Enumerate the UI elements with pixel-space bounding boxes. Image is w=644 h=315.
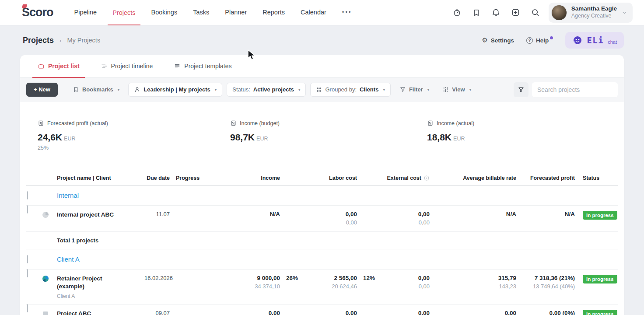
status-dropdown[interactable]: Status: Active projects ▾ <box>227 83 306 97</box>
bookmarks-dropdown[interactable]: Bookmarks ▾ <box>68 83 124 97</box>
group-link[interactable]: Client A <box>57 256 618 263</box>
bookmark-icon[interactable] <box>472 8 481 17</box>
filter-dropdown[interactable]: Filter ▾ <box>395 83 434 97</box>
project-row[interactable]: Retainer Project (example) Client A 16.0… <box>26 270 618 304</box>
col-forecasted-profit[interactable]: Forecasted profit <box>516 175 575 181</box>
group-link[interactable]: Internal <box>57 192 618 199</box>
nav-item-tasks[interactable]: Tasks <box>188 0 214 25</box>
progress-cell <box>170 304 222 312</box>
user-menu[interactable]: Samantha Eagle Agency Creative <box>549 3 633 23</box>
income-cell: N/A <box>222 206 280 219</box>
external-cost-cell: 0,00 <box>378 304 430 315</box>
col-progress[interactable]: Progress <box>170 175 222 181</box>
info-icon[interactable] <box>424 175 430 181</box>
kpi-value: 98,7K <box>230 132 255 142</box>
new-button[interactable]: + New <box>26 83 58 97</box>
col-labor-cost[interactable]: Labor cost <box>301 175 357 181</box>
caret-down-icon: ▾ <box>215 88 217 92</box>
status-badge[interactable]: In progress <box>583 211 617 220</box>
grouped-prefix: Grouped by: <box>325 86 357 93</box>
group-checkbox[interactable] <box>27 255 28 263</box>
help-button[interactable]: ? Help <box>526 37 553 44</box>
row-checkbox[interactable] <box>27 269 28 277</box>
timer-icon[interactable] <box>452 8 462 17</box>
nav-item-planner[interactable]: Planner <box>220 0 252 25</box>
main-nav: Pipeline Projects Bookings Tasks Planner… <box>66 0 360 25</box>
eli-chat-suffix: chat <box>608 39 617 45</box>
eli-chat-button[interactable]: ELi chat <box>565 32 624 49</box>
col-status[interactable]: Status <box>575 175 618 181</box>
status-badge[interactable]: In progress <box>583 310 617 315</box>
status-badge[interactable]: In progress <box>583 275 617 284</box>
nav-item-reports[interactable]: Reports <box>258 0 290 25</box>
search-area <box>514 82 618 97</box>
nav-item-calendar[interactable]: Calendar <box>296 0 331 25</box>
nav-item-projects[interactable]: Projects <box>108 0 140 25</box>
nav-item-pipeline[interactable]: Pipeline <box>70 0 102 25</box>
project-name-link[interactable]: Retainer Project (example) <box>57 275 123 290</box>
projects-table: Project name | Client Due date Progress … <box>20 171 624 315</box>
caret-down-icon: ▾ <box>427 88 430 92</box>
project-row[interactable]: Internal project ABC 11.07 N/A 0,000,00 … <box>26 206 618 232</box>
labor-percent-cell <box>357 206 378 211</box>
external-cost-cell: 0,000,00 <box>378 270 430 290</box>
income-percent-cell <box>280 304 301 310</box>
briefcase-icon <box>38 63 45 70</box>
user-name: Samantha Eagle <box>571 5 617 13</box>
nav-more-button[interactable]: ••• <box>337 0 357 25</box>
project-name-link[interactable]: Project ABC <box>57 310 123 315</box>
kpi-forecasted-profit: Forecasted profit (actual) 24,6KEUR 25% <box>38 120 230 171</box>
settings-button[interactable]: ⚙ Settings <box>482 36 514 44</box>
tab-project-timeline[interactable]: Project timeline <box>95 55 158 78</box>
bookmarks-label: Bookmarks <box>82 86 113 93</box>
view-label: View <box>452 86 465 93</box>
search-filter-button[interactable] <box>514 82 528 97</box>
chevron-down-icon <box>621 10 627 16</box>
tab-project-list[interactable]: Project list <box>32 55 85 78</box>
col-label: External cost <box>387 175 421 181</box>
user-avatar <box>551 5 567 21</box>
group-checkbox[interactable] <box>27 191 28 200</box>
top-navigation-bar: Scoro Pipeline Projects Bookings Tasks P… <box>0 0 644 25</box>
tab-label: Project templates <box>184 63 231 70</box>
tab-project-templates[interactable]: Project templates <box>168 55 237 78</box>
kpi-currency: EUR <box>64 136 75 142</box>
notifications-bell-icon[interactable] <box>491 8 500 17</box>
avg-billable-rate-cell: 0,00 <box>430 304 516 315</box>
scope-dropdown[interactable]: Leadership | My projects ▾ <box>128 83 222 97</box>
grouped-by-dropdown[interactable]: Grouped by: Clients ▾ <box>310 83 390 97</box>
status-cell: In progress <box>575 270 618 284</box>
due-date-cell: 09.07 <box>144 304 170 315</box>
breadcrumb-current: My Projects <box>67 37 100 44</box>
col-average-billable-rate[interactable]: Average billable rate <box>430 175 516 181</box>
global-search-icon[interactable] <box>531 8 540 17</box>
project-name-link[interactable]: Internal project ABC <box>57 211 123 219</box>
gear-icon: ⚙ <box>482 36 487 44</box>
nav-item-bookings[interactable]: Bookings <box>147 0 182 25</box>
col-due-date[interactable]: Due date <box>144 175 170 181</box>
help-label: Help <box>536 37 549 44</box>
col-project-name[interactable]: Project name | Client <box>57 175 144 181</box>
app-screen: Scoro Pipeline Projects Bookings Tasks P… <box>0 0 644 315</box>
search-projects-input[interactable] <box>532 82 618 97</box>
bookmark-icon <box>73 86 79 93</box>
group-row-internal: Internal <box>26 186 618 206</box>
breadcrumb-root[interactable]: Projects <box>23 36 54 45</box>
kpi-summary: Forecasted profit (actual) 24,6KEUR 25% … <box>20 102 624 171</box>
col-income[interactable]: Income <box>222 175 280 181</box>
kpi-income-actual: Income (actual) 18,8KEUR <box>427 120 620 171</box>
col-external-cost[interactable]: External cost <box>378 175 430 181</box>
scoro-logo[interactable]: Scoro <box>22 6 53 19</box>
row-checkbox[interactable] <box>27 304 28 312</box>
forecasted-profit-cell: N/A <box>516 206 575 219</box>
quick-add-icon[interactable] <box>511 8 520 17</box>
project-pie-icon <box>42 206 57 220</box>
labor-percent-cell: 12% <box>357 270 378 281</box>
row-checkbox[interactable] <box>27 205 28 214</box>
view-dropdown[interactable]: View ▾ <box>438 83 476 97</box>
table-header-row: Project name | Client Due date Progress … <box>26 171 618 186</box>
settings-label: Settings <box>491 37 514 44</box>
project-row[interactable]: Project ABC 09.07 0,00 0,00 0,00 0,00 <box>26 304 618 315</box>
funnel-icon <box>399 86 406 93</box>
kpi-label: Forecasted profit (actual) <box>47 120 108 126</box>
